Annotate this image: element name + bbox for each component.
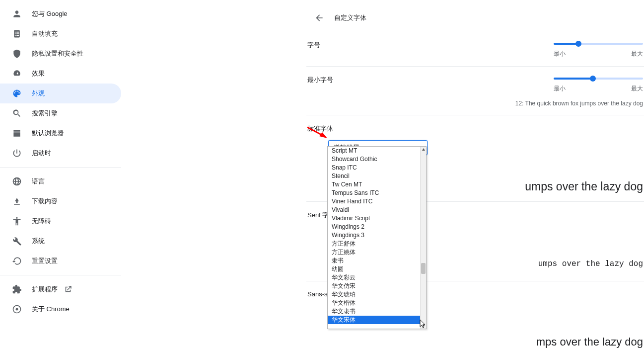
font-option[interactable]: Wingdings 2	[328, 223, 420, 231]
sidebar-item-label: 下载内容	[32, 197, 58, 206]
page-header: 自定义字体	[306, 4, 644, 32]
sidebar-item-extensions[interactable]: 扩展程序	[0, 279, 121, 299]
font-option[interactable]: Tw Cen MT	[328, 180, 420, 189]
font-option[interactable]: 华文仿宋	[328, 282, 420, 290]
sidebar-item-downloads[interactable]: 下载内容	[0, 191, 121, 211]
wrench-icon	[12, 236, 22, 246]
font-option[interactable]: 方正舒体	[328, 240, 420, 248]
slider-max-label: 最大	[631, 85, 643, 93]
sidebar-item-label: 外观	[32, 89, 45, 98]
svg-marker-5	[422, 325, 425, 327]
sidebar-item-label: 您与 Google	[32, 9, 68, 18]
scroll-down-icon[interactable]	[421, 323, 426, 329]
assignment-icon	[12, 29, 22, 39]
min-font-size-section: 最小字号 最小 最大 12: The quick brown fox jumps…	[306, 67, 644, 115]
sidebar-item-autofill[interactable]: 自动填充	[0, 24, 121, 44]
slider-thumb[interactable]	[590, 76, 596, 82]
sidebar-item-label: 关于 Chrome	[32, 305, 70, 314]
font-option[interactable]: 幼圆	[328, 265, 420, 273]
browser-icon	[12, 128, 22, 138]
font-option[interactable]: 华文彩云	[328, 273, 420, 282]
scroll-up-icon[interactable]	[421, 147, 426, 153]
sidebar-item-privacy[interactable]: 隐私设置和安全性	[0, 44, 121, 64]
dropdown-scrollbar[interactable]	[420, 147, 426, 329]
sidebar-item-performance[interactable]: 效果	[0, 64, 121, 84]
sidebar-item-label: 搜索引擎	[32, 109, 58, 118]
accessibility-icon	[12, 216, 22, 226]
font-option[interactable]: 华文宋体	[328, 316, 420, 324]
sidebar-divider	[0, 167, 121, 168]
speed-icon	[12, 69, 22, 79]
sidebar-item-label: 效果	[32, 69, 45, 78]
font-dropdown[interactable]: Script MTShowcard GothicSnap ITCStencilT…	[327, 146, 427, 329]
slider-min-label: 最小	[554, 85, 566, 93]
sidebar-item-label: 系统	[32, 237, 45, 246]
font-option[interactable]: Script MT	[328, 147, 420, 155]
font-option[interactable]: 华文琥珀	[328, 290, 420, 299]
font-size-slider[interactable]	[554, 43, 643, 45]
font-option[interactable]: Vladimir Script	[328, 214, 420, 223]
extension-icon	[12, 284, 22, 294]
font-option[interactable]: Snap ITC	[328, 164, 420, 172]
font-size-label: 字号	[307, 41, 320, 50]
slider-min-label: 最小	[554, 50, 566, 58]
slider-max-label: 最大	[631, 50, 643, 58]
chrome-icon	[12, 304, 22, 314]
standard-font-section: 标准字体 微软雅黑 Script MTShowcard GothicSnap I…	[306, 115, 644, 202]
sidebar-item-label: 默认浏览器	[32, 129, 64, 138]
shield-icon	[12, 49, 22, 59]
main-content: 自定义字体 字号 最小 最大 最小字号	[306, 0, 644, 348]
sidebar-item-languages[interactable]: 语言	[0, 172, 121, 191]
slider-thumb[interactable]	[575, 41, 581, 47]
globe-icon	[12, 176, 22, 186]
arrow-back-icon	[314, 13, 324, 23]
font-option[interactable]: Wingdings 3	[328, 231, 420, 240]
min-font-size-label: 最小字号	[307, 76, 333, 85]
sidebar-item-default-browser[interactable]: 默认浏览器	[0, 123, 121, 143]
sidebar-divider	[0, 275, 121, 275]
download-icon	[12, 196, 22, 206]
scrollbar-thumb[interactable]	[421, 263, 426, 274]
font-option[interactable]: 方正姚体	[328, 248, 420, 257]
sidebar-item-appearance[interactable]: 外观	[0, 84, 121, 103]
font-option[interactable]: Vivaldi	[328, 206, 420, 214]
font-option[interactable]: Showcard Gothic	[328, 155, 420, 164]
sidebar-item-search-engine[interactable]: 搜索引擎	[0, 103, 121, 123]
sans-serif-font-preview: mps over the lazy dog	[307, 336, 643, 348]
svg-marker-4	[422, 148, 425, 151]
font-option[interactable]: Viner Hand ITC	[328, 197, 420, 206]
sidebar-item-system[interactable]: 系统	[0, 231, 121, 251]
sidebar-item-reset[interactable]: 重置设置	[0, 251, 121, 271]
open-in-new-icon	[64, 285, 72, 294]
sidebar-item-you-and-google[interactable]: 您与 Google	[0, 4, 121, 24]
sidebar-item-accessibility[interactable]: 无障碍	[0, 211, 121, 231]
sidebar-item-about-chrome[interactable]: 关于 Chrome	[0, 299, 121, 319]
sidebar-item-label: 扩展程序	[32, 285, 58, 294]
sidebar-item-on-startup[interactable]: 启动时	[0, 143, 121, 163]
font-option[interactable]: Stencil	[328, 172, 420, 180]
sidebar-item-label: 无障碍	[32, 217, 51, 226]
min-font-size-slider[interactable]	[554, 78, 643, 80]
font-option[interactable]: Tempus Sans ITC	[328, 189, 420, 197]
font-size-section: 字号 最小 最大	[306, 32, 644, 67]
settings-sidebar: 您与 Google 自动填充 隐私设置和安全性 效果 外观	[0, 0, 127, 348]
back-button[interactable]	[310, 9, 328, 27]
font-option[interactable]: 华文隶书	[328, 307, 420, 316]
svg-point-1	[16, 308, 18, 311]
page-title: 自定义字体	[334, 13, 366, 22]
sidebar-item-label: 自动填充	[32, 29, 58, 38]
font-option[interactable]: 隶书	[328, 257, 420, 265]
standard-font-label: 标准字体	[307, 124, 643, 133]
font-option[interactable]: 华文楷体	[328, 299, 420, 307]
person-icon	[12, 9, 22, 19]
sidebar-item-label: 重置设置	[32, 257, 58, 265]
sidebar-item-label: 语言	[32, 177, 45, 186]
min-font-preview: 12: The quick brown fox jumps over the l…	[307, 100, 643, 107]
restore-icon	[12, 256, 22, 266]
sidebar-item-label: 隐私设置和安全性	[32, 49, 83, 58]
search-icon	[12, 108, 22, 118]
power-icon	[12, 148, 22, 158]
sidebar-item-label: 启动时	[32, 149, 51, 158]
palette-icon	[12, 88, 22, 98]
